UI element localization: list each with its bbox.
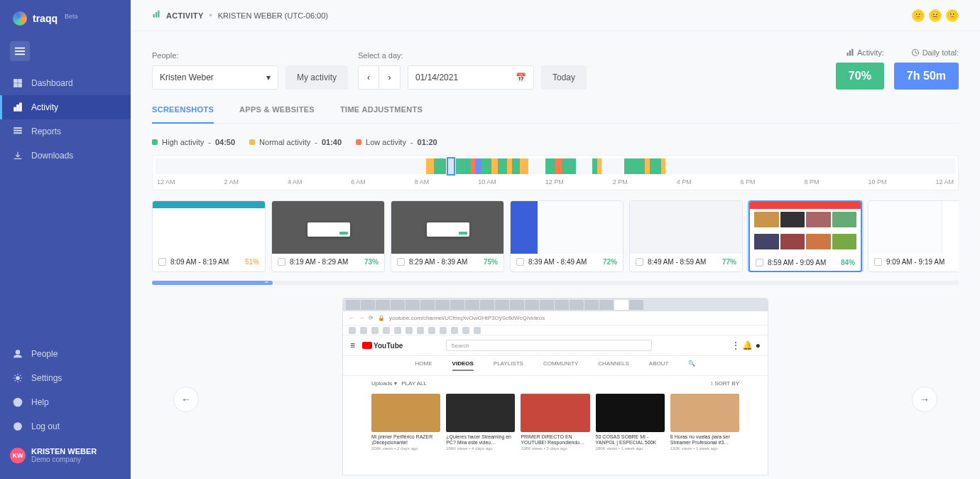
browser-tabs bbox=[343, 298, 768, 311]
screenshot-thumb bbox=[391, 201, 503, 254]
svg-rect-5 bbox=[14, 84, 17, 87]
screenshot-checkbox[interactable] bbox=[874, 258, 882, 266]
logo-text: traqq bbox=[33, 13, 58, 24]
svg-rect-9 bbox=[20, 103, 22, 111]
screenshot-card[interactable]: 8:19 AM - 8:29 AM73% bbox=[271, 200, 385, 272]
svg-rect-3 bbox=[14, 80, 17, 82]
screenshot-time: 8:49 AM - 8:59 AM bbox=[648, 258, 706, 266]
tab-apps-websites[interactable]: APPS & WEBSITES bbox=[239, 105, 315, 123]
svg-rect-19 bbox=[158, 11, 159, 18]
activity-icon bbox=[152, 10, 160, 21]
screenshot-checkbox[interactable] bbox=[278, 258, 285, 266]
youtube-search: Search bbox=[446, 340, 652, 351]
screenshot-pct: 77% bbox=[722, 258, 736, 266]
nav-help[interactable]: Help bbox=[0, 390, 131, 414]
screenshot-time: 8:29 AM - 8:39 AM bbox=[409, 258, 467, 266]
browser-url: ←→⟳🔒youtube.com/channel/UCfmqXvOwGHtP3Oy… bbox=[343, 311, 768, 325]
screenshot-thumb bbox=[272, 201, 384, 254]
timeline[interactable]: 12 AM2 AM4 AM6 AM8 AM10 AM12 PM2 PM4 PM6… bbox=[152, 155, 959, 190]
face-neutral-icon[interactable]: 😐 bbox=[929, 9, 942, 22]
screenshot-thumb bbox=[630, 201, 742, 254]
screenshot-thumb bbox=[153, 201, 265, 254]
screenshot-checkbox[interactable] bbox=[158, 258, 166, 266]
timeline-cursor[interactable] bbox=[447, 157, 455, 176]
user-block[interactable]: KW KRISTEN WEBER Demo company bbox=[0, 438, 131, 472]
svg-rect-12 bbox=[14, 128, 22, 129]
screenshot-pct: 72% bbox=[603, 258, 617, 266]
date-input[interactable]: 01/14/2021 📅 bbox=[408, 65, 534, 90]
chevron-down-icon: ▾ bbox=[266, 72, 271, 82]
main: ACTIVITY • KRISTEN WEBER (UTC-06:00) 🙂 😐… bbox=[131, 0, 980, 479]
next-screenshot-button[interactable]: → bbox=[912, 387, 937, 412]
people-select[interactable]: Kristen Weber ▾ bbox=[152, 65, 278, 90]
day-label: Select a day: bbox=[358, 51, 587, 60]
screenshot-pct: 75% bbox=[484, 258, 498, 266]
screenshot-card[interactable]: 9:09 AM - 9:19 AM99% bbox=[868, 200, 959, 272]
people-label: People: bbox=[152, 51, 348, 60]
prev-day-button[interactable]: ‹ bbox=[358, 65, 379, 90]
gear-icon bbox=[13, 373, 23, 383]
svg-rect-4 bbox=[18, 80, 21, 82]
nav-reports[interactable]: Reports bbox=[0, 119, 131, 144]
screenshot-card[interactable]: 8:29 AM - 8:39 AM75% bbox=[391, 200, 504, 272]
screenshot-time: 8:39 AM - 8:49 AM bbox=[528, 258, 587, 266]
screenshot-checkbox[interactable] bbox=[397, 258, 405, 266]
svg-rect-11 bbox=[14, 133, 22, 134]
activity-value: 70% bbox=[836, 63, 884, 90]
screenshot-card[interactable]: 8:49 AM - 8:59 AM77% bbox=[629, 200, 743, 272]
logout-icon bbox=[13, 421, 23, 431]
legend: High activity - 04:50 Normal activity - … bbox=[152, 138, 959, 146]
screenshot-pct: 84% bbox=[841, 259, 855, 267]
tab-screenshots[interactable]: SCREENSHOTS bbox=[152, 105, 214, 124]
today-button[interactable]: Today bbox=[541, 65, 587, 90]
reports-icon bbox=[13, 127, 23, 136]
face-sad-icon[interactable]: 🙁 bbox=[946, 9, 959, 22]
screenshot-checkbox[interactable] bbox=[516, 258, 524, 266]
download-icon bbox=[13, 151, 23, 161]
my-activity-button[interactable]: My activity bbox=[285, 65, 348, 90]
screenshot-card[interactable]: 8:39 AM - 8:49 AM72% bbox=[510, 200, 624, 272]
nav-main: Dashboard Activity Reports Downloads bbox=[0, 71, 131, 168]
browser-mock: ←→⟳🔒youtube.com/channel/UCfmqXvOwGHtP3Oy… bbox=[342, 298, 768, 475]
activity-icon bbox=[13, 102, 23, 112]
screenshot-checkbox[interactable] bbox=[636, 258, 643, 266]
stat-activity: Activity: 70% bbox=[836, 48, 884, 90]
screenshot-card[interactable]: 8:09 AM - 8:19 AM51% bbox=[152, 200, 266, 272]
breadcrumb-section: ACTIVITY bbox=[166, 11, 204, 20]
screenshot-list: 8:09 AM - 8:19 AM51%8:19 AM - 8:29 AM73%… bbox=[152, 200, 959, 272]
svg-rect-20 bbox=[846, 53, 848, 56]
timeline-bar[interactable] bbox=[156, 158, 955, 174]
svg-rect-6 bbox=[18, 84, 21, 87]
youtube-grid: Mi primer Periférico RAZER ¡Decepcionant… bbox=[343, 391, 768, 453]
screenshot-card[interactable]: 8:59 AM - 9:09 AM84% bbox=[748, 200, 862, 272]
dot-normal-icon bbox=[249, 139, 255, 145]
screenshot-checkbox[interactable] bbox=[756, 259, 763, 267]
menu-toggle-button[interactable] bbox=[10, 41, 30, 61]
nav-activity[interactable]: Activity bbox=[0, 95, 131, 119]
bars-icon bbox=[846, 48, 854, 57]
people-icon bbox=[13, 349, 23, 359]
svg-rect-7 bbox=[14, 107, 16, 111]
tab-time-adjustments[interactable]: TIME ADJUSTMENTS bbox=[340, 105, 423, 123]
screenshot-preview: ← → ←→⟳🔒youtube.com/channel/UCfmqXvOwGHt… bbox=[152, 298, 959, 475]
svg-rect-21 bbox=[849, 50, 851, 56]
nav-logout[interactable]: Log out bbox=[0, 414, 131, 438]
nav-downloads[interactable]: Downloads bbox=[0, 144, 131, 168]
nav-dashboard[interactable]: Dashboard bbox=[0, 71, 131, 95]
nav-settings[interactable]: Settings bbox=[0, 366, 131, 390]
dashboard-icon bbox=[13, 78, 23, 88]
screenshot-scrollbar[interactable] bbox=[152, 281, 959, 285]
scrollbar-thumb[interactable] bbox=[152, 281, 273, 285]
user-name: KRISTEN WEBER bbox=[31, 447, 97, 456]
prev-screenshot-button[interactable]: ← bbox=[173, 387, 199, 412]
screenshot-time: 8:09 AM - 8:19 AM bbox=[170, 258, 229, 266]
screenshot-time: 8:59 AM - 9:09 AM bbox=[768, 259, 826, 267]
nav-people[interactable]: People bbox=[0, 342, 131, 366]
svg-rect-1 bbox=[15, 50, 25, 52]
face-happy-icon[interactable]: 🙂 bbox=[912, 9, 925, 22]
timeline-ticks: 12 AM2 AM4 AM6 AM8 AM10 AM12 PM2 PM4 PM6… bbox=[156, 174, 955, 190]
screenshot-thumb bbox=[511, 201, 623, 254]
feedback-faces: 🙂 😐 🙁 bbox=[912, 9, 959, 22]
next-day-button[interactable]: › bbox=[379, 65, 401, 90]
svg-rect-22 bbox=[851, 49, 853, 56]
